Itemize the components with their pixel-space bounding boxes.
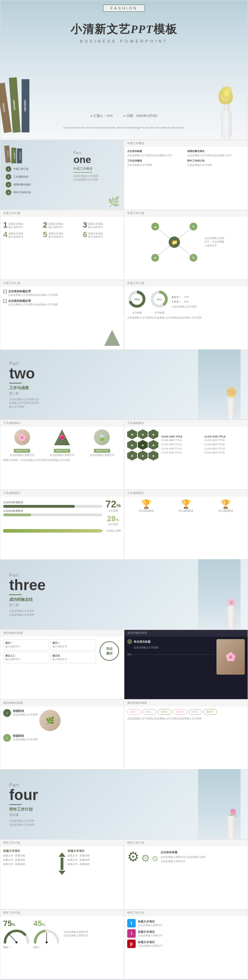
- progress-2: 点击添加标题数据: [3, 509, 103, 516]
- badge-5: 标签五: [188, 709, 202, 715]
- center-node: 📁: [169, 237, 180, 248]
- step-2: 2 初级阶段 点击这里输入文字说明: [3, 734, 121, 742]
- hex-grid-area: ● ● ● ● ● ● ● ● ●: [127, 429, 158, 461]
- section-label-5: 年度工作汇报: [124, 280, 248, 286]
- donut-slide: 年度工作汇报 70% 文字标题 40% 文: [124, 280, 248, 350]
- numbers-slide: 年度工作汇报 1 标题文本项目输入说明文字 2 标题文本项目输入说明文字 3 标…: [0, 210, 124, 280]
- step-img-1: 🌿: [39, 710, 61, 731]
- gear-big: ⚙: [127, 849, 139, 865]
- overview-row2: 工作总结概述 点击这里输入文字说明 明年工作的计划 点击这里输入文字说明: [127, 159, 245, 167]
- svg-text:40%: 40%: [156, 298, 162, 301]
- cover-meta: ● 汇报人：XXX ● 日期：202X年X月X日: [91, 114, 158, 118]
- donut-desc: ■ 数量一：70% ■ 数量二：40% 点击这里输入文字说明: [172, 296, 245, 309]
- row7: 工作成绩展示 点击添加标题数据 点击添加标题数据: [0, 490, 248, 560]
- cover-quote: I love you more than I've ever loved any…: [63, 126, 185, 129]
- trophy-2: 🏆 亮点成绩描述: [167, 499, 205, 513]
- cat-1: 🌸 标题文本项目 点击这里输入说明文字: [3, 429, 41, 457]
- categories-body: 🌸 标题文本项目 点击这里输入说明文字 🌺 标题文本项目 点击这里输入说明文字 …: [0, 426, 124, 488]
- work-overview-body: 点击添加标题 点击这里输入文字说明点击这里输入文字 成绩的量化描述 点击这里输入…: [124, 146, 248, 209]
- section-label-14: 明年工作计划: [0, 840, 124, 846]
- toc-items: 1 年度工作汇报 2 工作成绩总结 3 成绩的量化描述 4 明年工作的计划: [6, 166, 63, 195]
- row9: 成功经验目标策 建议一 输入说明文字 建议二 输入说明文字 建议之三 输入说明文…: [0, 630, 248, 700]
- network-body: 📁 ☁ ♥ ★ ⚙ 点击这里输入说明文字，点击这里输入说明文字: [124, 216, 248, 279]
- dark-text-col: 单击填充标题 点击这里输入文字说明 ✂: [127, 639, 214, 695]
- trophy-grid: 🏆 亮点成绩描述 🏆 亮点成绩描述 🏆 亮点成绩描述: [127, 499, 245, 513]
- dark-text-slide: 成功经验目标策 单击填充标题 点击这里输入文字说明 ✂ 🌸: [124, 630, 248, 700]
- pencil-area: 点击输入说明: [3, 529, 121, 533]
- section-label-17: 明年工作计划: [124, 910, 248, 916]
- network-inner: 📁 ☁ ♥ ★ ⚙: [148, 221, 201, 264]
- cat-row: 🌸 标题文本项目 点击这里输入说明文字 🌺 标题文本项目 点击这里输入说明文字 …: [3, 429, 121, 457]
- hex-labels: CLICK ADD TITLE CLICK ADD TITLE CLICK AD…: [161, 435, 202, 455]
- toc-right: Part one 年度工作概述 点击这里输入文字说明点击这里输入文字说明 🌿: [68, 140, 124, 210]
- hex-6: ●: [148, 440, 158, 450]
- badge-3: 标签三: [158, 709, 172, 715]
- row10: 成功经验目标策 1 初级阶段 点击这里输入文字说明 🌿 2 初级阶段 点击这里输…: [0, 700, 248, 770]
- instagram-icon: i: [127, 929, 136, 938]
- svg-point-11: [16, 941, 18, 943]
- progress-body: 点击添加标题数据 点击添加标题数据 72% 文字说明: [0, 496, 124, 558]
- part-one-display: Part one 年度工作概述 点击这里输入文字说明点击这里输入文字说明: [68, 146, 124, 187]
- overview-col4: 明年工作的计划 点击这里输入文字说明: [187, 159, 245, 167]
- num-3: 3 标题文本项目输入说明文字: [83, 221, 121, 229]
- num-6: 6 标题文本项目输入说明文字: [83, 231, 121, 239]
- num-5: 5 标题文本项目输入说明文字: [43, 231, 81, 239]
- part-three-slide: Part three 成功经验总结 第三章 点击这里输入文字说明点击这里输入文字…: [0, 560, 248, 630]
- hex-4: ●: [127, 440, 137, 450]
- toc-vase-deco: 🌿: [108, 196, 120, 208]
- pencil-label: 点击输入说明: [106, 529, 121, 533]
- social-slide: 明年工作计划 t 标题文本项目 点击这里输入说明文字 i 标题文本项目 点击这里…: [124, 909, 248, 979]
- click-title-1: 单击填充标题: [127, 639, 214, 644]
- part-two-slide: Part two 工作与成绩 第二章 点击这里输入文字说明点击这里输入文字说明点…: [0, 350, 248, 420]
- hex-7: ●: [127, 450, 137, 461]
- hex-2: ●: [138, 429, 148, 439]
- gear-med: ⚙: [141, 853, 150, 864]
- badges-note: 点击这里输入文字说明点击这里输入文字说明点击这里输入文字说明: [127, 717, 245, 721]
- dark-content: 单击填充标题 点击这里输入文字说明 ✂ 🌸: [127, 639, 245, 695]
- row6: 工作成绩展示 🌸 标题文本项目 点击这里输入说明文字 🌺 标题文本项目 点击这里…: [0, 420, 248, 490]
- social-row-2: i 标题文本项目 点击这里输入说明文字: [127, 929, 245, 938]
- gears-body: ⚙ ⚙ ⚙ 点击添加标题 点击这里输入说明文字点击这里输入说明 点击这里输入说明…: [124, 846, 248, 908]
- overview-col2: 成绩的量化描述 点击这里输入文字说明点击这里输入文字: [187, 150, 245, 157]
- toc-slide: ROCKY LIBRARY CENTURY 1 年度工作汇报 2 工作成绩总结 …: [0, 140, 124, 210]
- gauge-desc: 点击这里输入说明文字点击这里输入说明文字: [63, 930, 121, 938]
- cat-3: 🍃 标题文本项目 点击这里输入说明文字: [83, 429, 121, 457]
- part-four-bar: [9, 804, 22, 805]
- gauge-content: 75% 指标一 45%: [3, 919, 121, 949]
- cover-vase: [216, 86, 237, 140]
- part-two-right: 🌼: [124, 350, 248, 419]
- cover-title: 小清新文艺PPT模板: [71, 22, 178, 37]
- gears-slide: 明年工作计划 ⚙ ⚙ ⚙ 点击添加标题 点击这里输入说明文字点击这里输入说明 点…: [124, 839, 248, 909]
- social-row-3: p 标题文本项目 点击这里输入说明文字: [127, 940, 245, 948]
- social-body: t 标题文本项目 点击这里输入说明文字 i 标题文本项目 点击这里输入说明文字 …: [124, 916, 248, 978]
- check-item-2: ✓ 点击添加标题处理 点击这里输入文字说明点击这里输入文字说明: [3, 299, 121, 306]
- badges-body: 标签一 标签二 标签三 标签四 标签五 标签六 点击这里输入文字说明点击这里输入…: [124, 706, 248, 768]
- progress-bars: 点击添加标题数据 点击添加标题数据: [3, 499, 103, 518]
- social-row-1: t 标题文本项目 点击这里输入说明文字: [127, 919, 245, 928]
- svg-text:70%: 70%: [134, 298, 140, 301]
- section-label-3: 年度工作汇报: [124, 210, 248, 216]
- hex-grid-inner: ● ● ● ● ● ● ● ● ●: [127, 429, 158, 461]
- cat-tag-3: 标题文本项目: [94, 449, 110, 453]
- arrow-slide: 明年工作计划 标题文本项目 标题文本 - 标题说明 标题文本 - 标题说明 标题…: [0, 839, 124, 909]
- row13: 明年工作计划 75% 指标一 45%: [0, 909, 248, 979]
- hex-content: ● ● ● ● ● ● ● ● ● CLICK ADD TITLE CLICK …: [127, 429, 245, 461]
- section-label-13: 成功经验目标策: [124, 700, 248, 706]
- section-label-4: 年度工作汇报: [0, 280, 124, 286]
- section-label-9: 工作成绩展示: [124, 490, 248, 496]
- num-2: 2 标题文本项目输入说明文字: [43, 221, 81, 229]
- fashion-label: FASHION: [103, 5, 145, 12]
- overview-col1: 点击添加标题 点击这里输入文字说明点击这里输入文字: [127, 150, 185, 157]
- pencil-bar: [3, 529, 101, 533]
- advice-center-circle: 四点建议: [98, 641, 121, 661]
- cover-slide: FASHION ROCKY LIBRARY CENTURY 小清新文艺PPT模板…: [0, 0, 248, 140]
- part-two-vase: [226, 396, 235, 419]
- advice-slide: 成功经验目标策 建议一 输入说明文字 建议二 输入说明文字 建议之三 输入说明文…: [0, 630, 124, 700]
- part-four-slide: Part four 明年工作计划 第四章 点击这里输入文字说明点击这里输入文字说…: [0, 770, 248, 839]
- cat-tag-2: 标题文本项目: [54, 449, 70, 453]
- double-arrow: [58, 853, 66, 875]
- num-1: 1 标题文本项目输入说明文字: [3, 221, 41, 229]
- step-1: 1 初级阶段 点击这里输入文字说明 🌿: [3, 709, 121, 731]
- checklist-body: ✓ 点击添加标题处理 点击这里输入文字说明点击这里输入文字说明 ✓ 点击添加标题…: [0, 286, 124, 349]
- badge-2: 标签二: [142, 709, 156, 715]
